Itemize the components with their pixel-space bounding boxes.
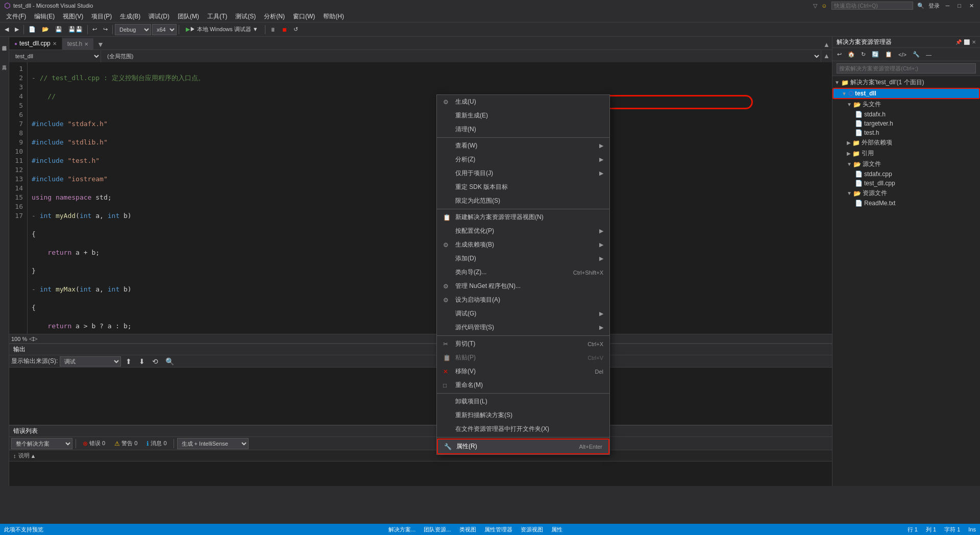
ctx-class-wizard[interactable]: 类向导(Z)... Ctrl+Shift+X <box>437 265 609 279</box>
tree-source-files-folder[interactable]: ▼ 📂 源文件 <box>832 159 980 169</box>
ctx-config-opt[interactable]: 按配置优化(P) ▶ <box>437 224 609 238</box>
error-count-btn[interactable]: ⊗ 错误 0 <box>79 438 109 449</box>
ctx-clean[interactable]: 清理(N) <box>437 123 609 136</box>
menu-window[interactable]: 窗口(W) <box>289 11 319 22</box>
tab-test-h[interactable]: test.h ✕ <box>62 38 94 50</box>
toolbar-open-btn[interactable]: 📂 <box>39 24 52 35</box>
debug-config-select[interactable]: Debug Release <box>115 24 151 35</box>
sidebar-server-icon[interactable]: 服务器资源管理器 <box>1 39 8 46</box>
props-link[interactable]: 属性 <box>551 526 562 533</box>
output-source-select[interactable]: 调试 <box>60 356 121 367</box>
menu-analyze[interactable]: 分析(N) <box>260 11 289 22</box>
toolbar-new-btn[interactable]: 📄 <box>26 24 38 35</box>
sol-tab-link[interactable]: 解决方案... <box>388 526 415 533</box>
props-mgr-link[interactable]: 属性管理器 <box>484 526 512 533</box>
tree-test-dll-cpp[interactable]: 📄 test_dll.cpp <box>832 179 980 188</box>
sol-tb-btn5[interactable]: 📋 <box>883 49 895 60</box>
menu-project[interactable]: 项目(P) <box>87 11 116 22</box>
ctx-retarget[interactable]: 重定 SDK 版本目标 <box>437 180 609 194</box>
output-find-btn[interactable]: 🔍 <box>163 356 177 367</box>
tab-h-close-icon[interactable]: ✕ <box>84 41 88 47</box>
team-tab-link[interactable]: 团队资源... <box>424 526 451 533</box>
class-view-link[interactable]: 类视图 <box>459 526 476 533</box>
tree-header-files-folder[interactable]: ▼ 📂 头文件 <box>832 99 980 110</box>
res-view-link[interactable]: 资源视图 <box>521 526 543 533</box>
platform-select[interactable]: x64 x86 <box>152 24 177 35</box>
tree-project-test-dll[interactable]: ▼ ⬡ test_dll <box>832 88 980 99</box>
menu-team[interactable]: 团队(M) <box>174 11 203 22</box>
toolbar-redo-btn[interactable]: ↪ <box>101 24 110 35</box>
expand-editor-btn[interactable]: ▲ <box>821 40 832 50</box>
ctx-nuget[interactable]: ⚙ 管理 NuGet 程序包(N)... <box>437 279 609 293</box>
toolbar-save-btn[interactable]: 💾 <box>53 24 65 35</box>
tree-readme-txt[interactable]: 📄 ReadMe.txt <box>832 199 980 208</box>
toolbar-save-all-btn[interactable]: 💾💾 <box>66 24 85 35</box>
menu-tools[interactable]: 工具(T) <box>203 11 231 22</box>
menu-test[interactable]: 测试(S) <box>231 11 260 22</box>
sol-search-input[interactable] <box>837 63 976 74</box>
ctx-open-folder[interactable]: 在文件资源管理器中打开文件夹(X) <box>437 422 609 436</box>
sol-float-btn[interactable]: ⬜ <box>964 39 970 45</box>
output-clear-btn[interactable]: ⬆ <box>123 356 134 367</box>
scope-dropdown[interactable]: test_dll <box>9 50 101 62</box>
build-select[interactable]: 生成 + IntelliSense <box>177 438 249 449</box>
sol-close-btn[interactable]: ✕ <box>972 39 976 45</box>
sol-tb-btn6[interactable]: </> <box>896 49 909 60</box>
tree-resource-files-folder[interactable]: ▼ 📂 资源文件 <box>832 188 980 199</box>
ctx-set-startup[interactable]: ⚙ 设为启动项目(A) <box>437 293 609 307</box>
toolbar-forward-btn[interactable]: ▶ <box>12 24 21 35</box>
global-scope-dropdown[interactable]: (全局范围) <box>101 50 821 62</box>
menu-edit[interactable]: 编辑(E) <box>30 11 59 22</box>
tree-references[interactable]: ▶ 📁 引用 <box>832 148 980 159</box>
signin-label[interactable]: 登录 <box>928 2 940 10</box>
ctx-paste[interactable]: 📋 粘贴(P) Ctrl+V <box>437 351 609 364</box>
ctx-debug[interactable]: 调试(G) ▶ <box>437 307 609 321</box>
tab-close-icon[interactable]: ✕ <box>53 41 57 46</box>
ctx-source-control[interactable]: 源代码管理(S) ▶ <box>437 321 609 334</box>
menu-debug[interactable]: 调试(D) <box>144 11 174 22</box>
toolbar-back-btn[interactable]: ◀ <box>2 24 11 35</box>
sol-tb-btn2[interactable]: 🏠 <box>845 49 857 60</box>
ctx-analyze[interactable]: 分析(Z) ▶ <box>437 153 609 166</box>
sol-tb-btn7[interactable]: 🔧 <box>910 49 922 60</box>
nav-expand-btn[interactable]: ▲ <box>821 50 832 62</box>
menu-help[interactable]: 帮助(H) <box>319 11 348 22</box>
tab-test-dll-cpp[interactable]: ● test_dll.cpp ✕ <box>9 37 62 50</box>
tree-stdafx-cpp[interactable]: 📄 stdafx.cpp <box>832 169 980 179</box>
tree-stdafx-h[interactable]: 📄 stdafx.h <box>832 110 980 119</box>
code-editor[interactable]: 1 2 3 4 5 6 7 8 9 10 11 12 13 14 15 16 1 <box>9 62 832 334</box>
tree-test-h[interactable]: 📄 test.h <box>832 128 980 137</box>
ctx-project-only[interactable]: 仅用于项目(J) ▶ <box>437 166 609 180</box>
warn-count-btn[interactable]: ⚠ 警告 0 <box>111 438 141 449</box>
sidebar-toolbox-icon[interactable]: 工具箱 <box>1 58 8 65</box>
error-scope-select[interactable]: 整个解决方案 <box>11 438 72 449</box>
menu-file[interactable]: 文件(F) <box>2 11 30 22</box>
sol-tb-btn3[interactable]: ↻ <box>859 49 868 60</box>
toolbar-stop-btn[interactable]: ⏹ <box>279 24 290 35</box>
maximize-button[interactable]: □ <box>955 3 963 9</box>
menu-view[interactable]: 视图(V) <box>59 11 87 22</box>
menu-build[interactable]: 生成(B) <box>116 11 144 22</box>
zoom-slider-icon[interactable]: ◁ <box>29 335 33 342</box>
zoom-slider-icon2[interactable]: ▷ <box>33 335 37 342</box>
ctx-remove[interactable]: ✕ 移除(V) Del <box>437 364 609 378</box>
ctx-add[interactable]: 添加(D) ▶ <box>437 252 609 265</box>
close-button[interactable]: ✕ <box>967 3 976 9</box>
toolbar-undo-btn[interactable]: ↩ <box>90 24 100 35</box>
ctx-build[interactable]: ⚙ 生成(U) <box>437 95 609 109</box>
minimize-button[interactable]: ─ <box>944 3 952 9</box>
info-count-btn[interactable]: ℹ 消息 0 <box>143 438 170 449</box>
ctx-unload[interactable]: 卸载项目(L) <box>437 395 609 408</box>
sol-tb-btn8[interactable]: — <box>923 49 934 60</box>
tab-add-btn[interactable]: ▼ <box>94 39 107 50</box>
toolbar-break-btn[interactable]: ⏸ <box>267 24 278 35</box>
quick-launch-input[interactable] <box>831 2 913 10</box>
sol-pin-btn[interactable]: 📌 <box>955 39 962 45</box>
sol-tb-btn1[interactable]: ↩ <box>835 49 844 60</box>
tree-solution-root[interactable]: ▼ 📁 解决方案'test_dll'(1 个面目) <box>832 77 980 88</box>
ctx-rescan[interactable]: 重新扫描解决方案(S) <box>437 408 609 422</box>
ctx-cut[interactable]: ✂ 剪切(T) Ctrl+X <box>437 337 609 351</box>
ctx-properties[interactable]: 🔧 属性(R) Alt+Enter <box>437 439 609 454</box>
sol-tb-btn4[interactable]: 🔄 <box>869 49 881 60</box>
ctx-build-deps[interactable]: ⚙ 生成依赖项(B) ▶ <box>437 238 609 252</box>
